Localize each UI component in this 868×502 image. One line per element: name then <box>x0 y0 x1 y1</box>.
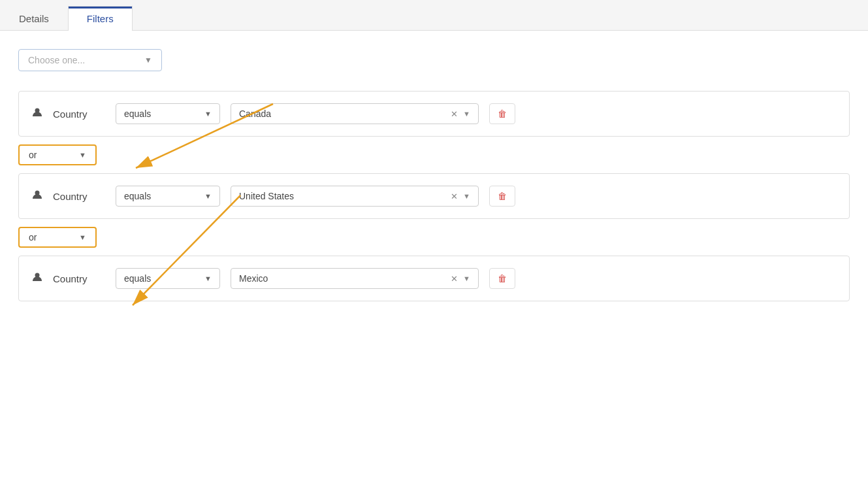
or-arrow-icon-2: ▼ <box>79 233 86 241</box>
operator-arrow-icon-1: ▼ <box>204 110 212 118</box>
field-label-2: Country <box>53 191 105 202</box>
value-arrow-icon-2: ▼ <box>463 192 470 200</box>
delete-button-2[interactable]: 🗑 <box>489 186 515 207</box>
field-label-1: Country <box>53 109 105 120</box>
tabs-bar: Details Filters <box>0 0 868 31</box>
choose-one-dropdown[interactable]: Choose one... ▼ <box>18 49 162 71</box>
or-label-2: or <box>29 232 37 243</box>
filter-block-1: Country equals ▼ Canada ✕ ▼ <box>18 91 850 137</box>
delete-button-3[interactable]: 🗑 <box>489 268 515 289</box>
filter-row-1: Country equals ▼ Canada ✕ ▼ <box>32 103 836 124</box>
operator-arrow-icon-3: ▼ <box>204 275 212 282</box>
content-area: Choose one... ▼ <box>0 31 868 320</box>
operator-select-3[interactable]: equals ▼ <box>116 268 220 289</box>
or-connector-1[interactable]: or ▼ <box>18 144 97 165</box>
operator-arrow-icon-2: ▼ <box>204 192 212 200</box>
person-icon-3 <box>32 272 42 285</box>
choose-one-arrow-icon: ▼ <box>144 56 152 65</box>
or-connector-2[interactable]: or ▼ <box>18 227 97 248</box>
person-icon-2 <box>32 190 42 203</box>
trash-icon-1: 🗑 <box>498 109 507 119</box>
tab-details[interactable]: Details <box>0 6 68 31</box>
value-select-3[interactable]: Mexico ✕ ▼ <box>231 268 479 289</box>
clear-icon-2[interactable]: ✕ <box>451 192 458 201</box>
field-label-3: Country <box>53 273 105 284</box>
operator-select-1[interactable]: equals ▼ <box>116 103 220 124</box>
or-arrow-icon-1: ▼ <box>79 151 86 159</box>
tab-filters[interactable]: Filters <box>68 6 133 31</box>
filter-block-3: Country equals ▼ Mexico ✕ ▼ 🗑 <box>18 256 850 301</box>
person-icon-1 <box>32 107 42 120</box>
operator-select-2[interactable]: equals ▼ <box>116 186 220 207</box>
filter-block-2: Country equals ▼ United States ✕ ▼ 🗑 <box>18 173 850 219</box>
filters-area: Country equals ▼ Canada ✕ ▼ <box>18 91 850 301</box>
value-select-2[interactable]: United States ✕ ▼ <box>231 186 479 207</box>
clear-icon-3[interactable]: ✕ <box>451 274 458 284</box>
trash-icon-2: 🗑 <box>498 191 507 201</box>
value-select-1[interactable]: Canada ✕ ▼ <box>231 103 479 124</box>
page-container: Details Filters Choose one... ▼ <box>0 0 868 502</box>
value-arrow-icon-3: ▼ <box>463 275 470 282</box>
value-arrow-icon-1: ▼ <box>463 110 470 118</box>
or-label-1: or <box>29 150 37 160</box>
delete-button-1[interactable]: 🗑 <box>489 103 515 124</box>
filter-row-2: Country equals ▼ United States ✕ ▼ 🗑 <box>32 186 836 207</box>
choose-one-placeholder: Choose one... <box>28 55 85 65</box>
filter-row-3: Country equals ▼ Mexico ✕ ▼ 🗑 <box>32 268 836 289</box>
trash-icon-3: 🗑 <box>498 273 507 284</box>
clear-icon-1[interactable]: ✕ <box>451 109 458 119</box>
